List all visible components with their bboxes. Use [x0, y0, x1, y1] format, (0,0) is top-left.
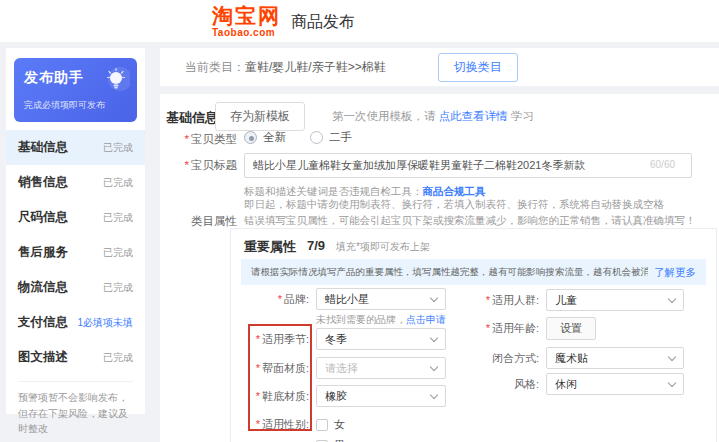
- upper-material-placeholder: 请选择: [325, 362, 358, 374]
- chevron-down-icon: [430, 334, 438, 342]
- assistant-subtitle: 完成必填项即可发布: [24, 99, 127, 112]
- required-mark: *: [278, 293, 282, 305]
- view-details-link[interactable]: 点此查看详情: [439, 110, 508, 122]
- female-checkbox[interactable]: [316, 419, 328, 431]
- upper-material-label: *帮面材质:: [231, 357, 309, 379]
- upper-material-label-text: 帮面材质:: [262, 362, 309, 374]
- style-select[interactable]: 休闲: [546, 373, 684, 395]
- closure-value: 魔术贴: [555, 352, 588, 364]
- learn-more-link[interactable]: 了解更多: [648, 259, 696, 285]
- crowd-label: *适用人群:: [459, 289, 539, 311]
- sidebar-item-label: 图文描述: [18, 349, 68, 366]
- item-type-label-text: 宝贝类型: [191, 133, 237, 145]
- age-label-text: 适用年龄:: [492, 322, 539, 334]
- important-attrs-progress: 7/9: [307, 238, 325, 253]
- sidebar-item-1[interactable]: 基础信息已完成: [6, 130, 145, 165]
- item-title-label-text: 宝贝标题: [191, 159, 237, 171]
- gender-option-female: 女: [316, 417, 345, 432]
- item-type-label: *宝贝类型: [160, 132, 237, 147]
- sidebar-item-status: 已完成: [103, 211, 133, 225]
- item-type-radio-group: 全新 二手: [244, 130, 376, 145]
- important-attrs-title: 重要属性: [244, 238, 296, 256]
- sidebar-item-label: 物流信息: [18, 279, 68, 296]
- sidebar: 发布助手 完成必填项即可发布 基础信息已完成销售信息已完成尺码信息已完成售后服务…: [6, 48, 145, 414]
- chevron-down-icon: [430, 363, 438, 371]
- brand-hint-text: 未找到需要的品牌，: [316, 314, 406, 325]
- compliance-tool-link[interactable]: 商品合规工具: [423, 185, 486, 197]
- radio-new-label: 全新: [263, 130, 286, 145]
- sidebar-item-5[interactable]: 物流信息已完成: [6, 270, 145, 305]
- category-attr-hint: 错误填写宝贝属性，可能会引起宝贝下架或搜索流量减少，影响您的正常销售，请认真准确…: [244, 214, 696, 228]
- closure-label: 闭合方式:: [459, 347, 539, 369]
- important-attrs-banner: 请根据实际情况填写产品的重要属性，填写属性越完整，越有可能影响搜索流量，越有机会…: [241, 259, 706, 285]
- gender-label-text: 适用性别:: [262, 418, 309, 430]
- male-checkbox-label: 男: [334, 438, 345, 442]
- required-mark: *: [486, 294, 490, 306]
- sidebar-item-label: 支付信息: [18, 314, 68, 331]
- brand-select[interactable]: 蜡比小星: [316, 288, 446, 310]
- season-label: *适用季节:: [231, 328, 309, 350]
- sidebar-item-3[interactable]: 尺码信息已完成: [6, 200, 145, 235]
- important-attrs-panel: 重要属性 7/9 填充*项即可发布上架 请根据实际情况填写产品的重要属性，填写属…: [230, 228, 717, 442]
- app-header: 淘宝网 Taobao.com 商品发布: [0, 0, 719, 42]
- publish-assistant-card: 发布助手 完成必填项即可发布: [14, 58, 137, 122]
- sidebar-item-status: 已完成: [103, 246, 133, 260]
- style-label: 风格:: [459, 373, 539, 395]
- closure-select[interactable]: 魔术贴: [546, 347, 684, 369]
- sole-material-value: 橡胶: [325, 390, 347, 402]
- title-hint-1-text: 标题和描述关键词是否违规自检工具：: [244, 185, 423, 197]
- sidebar-item-7[interactable]: 图文描述已完成: [6, 340, 145, 375]
- sole-material-label: *鞋底材质:: [231, 385, 309, 407]
- radio-new[interactable]: [244, 131, 257, 144]
- sidebar-warning-note: 预警项暂不会影响发布，但存在下架风险，建议及时整改: [18, 381, 133, 437]
- age-set-button[interactable]: 设置: [546, 317, 596, 340]
- chevron-down-icon: [668, 379, 676, 387]
- item-title-label: *宝贝标题: [160, 158, 237, 173]
- required-mark: *: [256, 390, 260, 402]
- crowd-select[interactable]: 儿童: [546, 289, 684, 311]
- age-label: *适用年龄:: [459, 317, 539, 339]
- required-mark: *: [256, 333, 260, 345]
- logo-en-text: Taobao.com: [212, 28, 275, 38]
- brand-label: *品牌:: [231, 288, 309, 310]
- sidebar-item-6[interactable]: 支付信息1必填项未填: [6, 305, 145, 340]
- item-title-input[interactable]: [244, 153, 692, 178]
- template-hint-prefix: 第一次使用模板，请: [332, 110, 439, 122]
- chevron-down-icon: [668, 353, 676, 361]
- template-hint-suffix: 学习: [508, 110, 534, 122]
- required-mark: *: [486, 322, 490, 334]
- required-mark: *: [185, 159, 189, 171]
- required-mark: *: [185, 133, 189, 145]
- sidebar-item-label: 销售信息: [18, 174, 68, 191]
- sole-material-select[interactable]: 橡胶: [316, 385, 446, 407]
- brand-value: 蜡比小星: [325, 293, 369, 305]
- style-value: 休闲: [555, 378, 577, 390]
- upper-material-select[interactable]: 请选择: [316, 357, 446, 379]
- sidebar-menu: 基础信息已完成销售信息已完成尺码信息已完成售后服务已完成物流信息已完成支付信息1…: [6, 130, 145, 375]
- switch-category-button[interactable]: 切换类目: [438, 53, 518, 82]
- gender-option-male: 男: [316, 438, 345, 442]
- lightbulb-icon: [102, 65, 130, 93]
- sidebar-item-status: 1必填项未填: [77, 316, 133, 330]
- basic-info-panel: 基础信息 存为新模板 第一次使用模板，请 点此查看详情 学习 *宝贝类型 全新 …: [160, 94, 719, 442]
- season-select[interactable]: 冬季: [316, 328, 446, 350]
- chevron-down-icon: [668, 295, 676, 303]
- sidebar-item-status: 已完成: [103, 176, 133, 190]
- apply-brand-link[interactable]: 点击申请: [406, 314, 446, 325]
- sole-material-label-text: 鞋底材质:: [262, 390, 309, 402]
- title-hint-2: 即日起，标题中请勿使用制表符、换行符，若填入制表符、换行符，系统将自动替换成空格: [244, 198, 664, 212]
- sidebar-item-status: 已完成: [103, 351, 133, 365]
- save-as-template-button[interactable]: 存为新模板: [215, 102, 305, 131]
- radio-secondhand[interactable]: [310, 131, 323, 144]
- crowd-value: 儿童: [555, 294, 577, 306]
- required-mark: *: [256, 418, 260, 430]
- sidebar-item-2[interactable]: 销售信息已完成: [6, 165, 145, 200]
- female-checkbox-label: 女: [334, 417, 345, 432]
- sidebar-item-status: 已完成: [103, 141, 133, 155]
- gender-label: *适用性别:: [231, 413, 309, 435]
- current-category-label: 当前类目：: [185, 59, 245, 76]
- sidebar-item-4[interactable]: 售后服务已完成: [6, 235, 145, 270]
- page-title: 商品发布: [291, 12, 355, 33]
- crowd-label-text: 适用人群:: [492, 294, 539, 306]
- taobao-logo[interactable]: 淘宝网 Taobao.com: [212, 5, 281, 38]
